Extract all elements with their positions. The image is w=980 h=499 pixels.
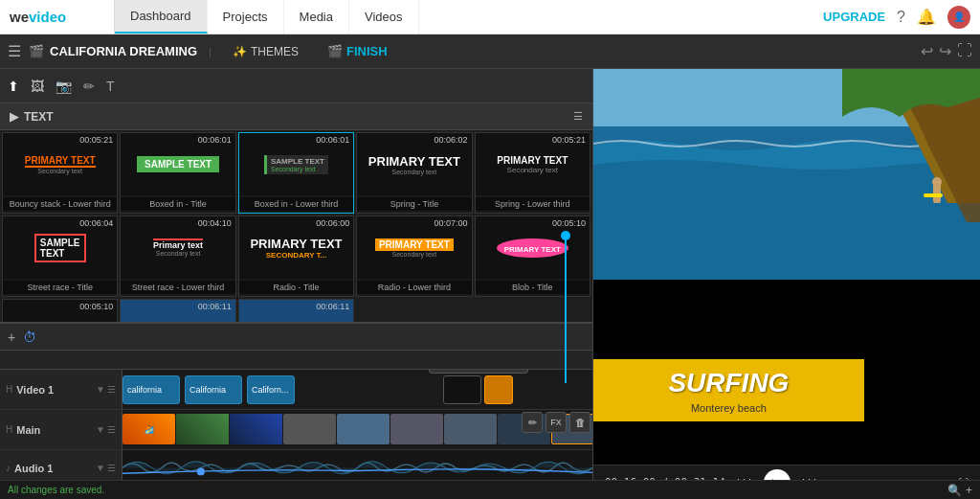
media-panel: ▶ TEXT ☰ 00:05:21 PRIMARY TEXT Secondary… bbox=[0, 103, 592, 322]
avatar-icon[interactable]: 👤 bbox=[947, 6, 970, 29]
panel-menu-icon[interactable]: ☰ bbox=[573, 110, 583, 123]
add-track-button[interactable]: + bbox=[8, 329, 15, 345]
notifications-icon[interactable]: 🔔 bbox=[917, 8, 936, 26]
radio-lower-primary: PRIMARY TEXT bbox=[375, 238, 454, 251]
sidebar-text-icon[interactable]: T bbox=[106, 79, 115, 94]
top-navigation: wevideo Dashboard Projects Media Videos … bbox=[0, 0, 980, 34]
main-track-icon: H bbox=[6, 424, 12, 435]
icon-sidebar: ⬆ 🖼 📷 ✏ T bbox=[0, 69, 592, 103]
video1-visibility-btn[interactable]: ▼ bbox=[96, 384, 105, 395]
video1-track-content: california California Californ... Slides… bbox=[122, 370, 592, 409]
edit-fx-button[interactable]: FX bbox=[546, 412, 567, 433]
zoom-controls: 🔍 + bbox=[947, 484, 972, 497]
undo-button[interactable]: ↩ bbox=[921, 42, 933, 60]
main-clip-5[interactable] bbox=[337, 414, 390, 444]
audio1-track-name: Audio 1 bbox=[14, 463, 53, 474]
timeline-playhead bbox=[565, 235, 567, 383]
edit-pencil-button[interactable]: ✏ bbox=[522, 412, 543, 433]
sidebar-edit-icon[interactable]: ✏ bbox=[83, 79, 95, 94]
main-visibility-btn[interactable]: ▼ bbox=[96, 424, 105, 435]
upgrade-button[interactable]: UPGRADE bbox=[823, 10, 885, 24]
menu-icon[interactable]: ☰ bbox=[8, 42, 21, 60]
main-content-area: ⬆ 🖼 📷 ✏ T ▶ TEXT ☰ 00:05:21 bbox=[0, 69, 980, 499]
text-item-boxed-title[interactable]: 00:06:01 SAMPLE TEXT Boxed in - Title bbox=[120, 132, 235, 214]
panel-title-text: TEXT bbox=[24, 110, 54, 124]
item-7-time: 00:04:10 bbox=[198, 218, 232, 228]
video1-settings-btn[interactable]: ☰ bbox=[107, 384, 116, 395]
audio1-settings-btn[interactable]: ☰ bbox=[107, 463, 116, 473]
nav-tab-dashboard[interactable]: Dashboard bbox=[115, 0, 208, 34]
text-item-spring-lower[interactable]: 00:05:21 PRIMARY TEXT Secondary text Spr… bbox=[475, 132, 590, 214]
main-clip-6[interactable] bbox=[390, 414, 443, 444]
zoom-in-button[interactable]: + bbox=[966, 484, 972, 497]
help-icon[interactable]: ? bbox=[897, 9, 905, 26]
themes-icon: ✨ bbox=[233, 45, 247, 58]
sidebar-image-icon[interactable]: 🖼 bbox=[31, 79, 44, 94]
themes-button[interactable]: ✨ THEMES bbox=[223, 41, 308, 62]
text-item-boxed-lower[interactable]: 00:06:01 SAMPLE TEXT Secondary text Boxe… bbox=[238, 132, 354, 214]
text-item-street-lower[interactable]: 00:04:10 Primary text Secondary text Str… bbox=[120, 215, 235, 297]
surfing-text-overlay: SURFING Monterey beach bbox=[593, 359, 864, 421]
boxed-lower-secondary: Secondary text bbox=[271, 166, 324, 172]
sidebar-media-icon[interactable]: 📷 bbox=[56, 79, 72, 94]
audio1-visibility-btn[interactable]: ▼ bbox=[96, 463, 105, 473]
fullscreen-button[interactable]: ⛶ bbox=[957, 42, 972, 60]
item-10-time: 00:05:10 bbox=[552, 218, 586, 228]
nav-tab-media[interactable]: Media bbox=[284, 0, 349, 34]
video1-track-name: Video 1 bbox=[16, 384, 54, 396]
item-2-label: Boxed in - Title bbox=[121, 197, 234, 211]
zoom-out-button[interactable]: 🔍 bbox=[947, 484, 962, 497]
panel-title-area: ▶ TEXT bbox=[10, 110, 54, 124]
bouncy-secondary: Secondary text bbox=[25, 168, 96, 174]
playhead-handle[interactable] bbox=[561, 231, 570, 240]
edit-trash-button[interactable]: 🗑 bbox=[569, 412, 590, 433]
clip-slides[interactable] bbox=[484, 375, 513, 404]
nav-tabs: Dashboard Projects Media Videos bbox=[115, 0, 419, 34]
main-clip-7[interactable] bbox=[444, 414, 497, 444]
text-item-bouncy-lower[interactable]: 00:05:21 PRIMARY TEXT Secondary text Bou… bbox=[2, 132, 118, 214]
clip-california-2[interactable]: California bbox=[185, 375, 242, 404]
item-6-time: 00:06:04 bbox=[79, 218, 113, 228]
text-item-spring-title[interactable]: 00:06:02 PRIMARY TEXT Secondary text Spr… bbox=[356, 132, 472, 214]
street-title-box: SAMPLE TEXT bbox=[34, 234, 86, 262]
timeline-ruler: 00:02:00 00:04:00 00:06:00 00:08:00 00:1… bbox=[0, 351, 592, 370]
main-clip-3[interactable] bbox=[230, 414, 282, 444]
panel-header: ▶ TEXT ☰ bbox=[0, 103, 592, 130]
text-item-radio-lower[interactable]: 00:07:00 PRIMARY TEXT Secondary text Rad… bbox=[356, 215, 472, 297]
timeline-area: + ⏱ 00:02:00 00:04:00 00:06:00 00:08:00 … bbox=[0, 322, 592, 499]
panel-expand-icon[interactable]: ▶ bbox=[10, 110, 18, 124]
text-item-blob-lower[interactable]: 00:05:10 PRIMARY TEXT Blob - Lower third bbox=[2, 299, 118, 322]
item-13-time: 00:06:11 bbox=[316, 302, 349, 311]
audio1-track-icon: ♪ bbox=[6, 463, 11, 473]
project-name-area: 🎬 CALIFORNIA DREAMING bbox=[29, 44, 197, 58]
logo-text: wevideo bbox=[10, 9, 66, 25]
text-item-street-title[interactable]: 00:06:04 SAMPLE TEXT Street race - Title bbox=[2, 215, 118, 297]
undo-redo-area: ↩ ↪ ⛶ bbox=[921, 42, 972, 60]
clip-california-3[interactable]: Californ... bbox=[247, 375, 295, 404]
clip-dark-1[interactable] bbox=[443, 375, 481, 404]
item-8-label: Radio - Title bbox=[239, 281, 353, 294]
svg-point-4 bbox=[932, 177, 942, 187]
nav-tab-projects[interactable]: Projects bbox=[208, 0, 284, 34]
timeline-icon[interactable]: ⏱ bbox=[23, 329, 36, 345]
sidebar-upload-icon[interactable]: ⬆ bbox=[8, 79, 19, 94]
text-item-blob-title[interactable]: 00:05:10 PRIMARY TEXT Blob - Title bbox=[475, 215, 590, 297]
divider-1: | bbox=[209, 46, 212, 57]
text-item-glamour-lower[interactable]: 00:06:11 Primary text Secondary text Gla… bbox=[238, 299, 354, 322]
project-icon: 🎬 bbox=[29, 44, 44, 58]
nav-tab-videos[interactable]: Videos bbox=[349, 0, 419, 34]
text-item-radio-title[interactable]: 00:06:00 PRIMARY TEXT SECONDARY T... Rad… bbox=[238, 215, 354, 297]
clip-california-1[interactable]: california bbox=[122, 375, 180, 404]
main-clip-2[interactable] bbox=[176, 414, 229, 444]
main-clip-4[interactable] bbox=[283, 414, 336, 444]
project-title: CALIFORNIA DREAMING bbox=[50, 44, 197, 58]
main-clip-1[interactable]: 🏄 bbox=[122, 414, 175, 444]
main-settings-btn[interactable]: ☰ bbox=[107, 424, 116, 435]
preview-background bbox=[593, 69, 980, 280]
themes-label: THEMES bbox=[251, 45, 299, 58]
boxed-title-box: SAMPLE TEXT bbox=[137, 156, 219, 172]
finish-button[interactable]: 🎬 FINISH bbox=[316, 40, 399, 62]
text-item-glamour-title[interactable]: 00:06:11 PRIMARY TEXT Secondary text Gla… bbox=[120, 299, 235, 322]
redo-button[interactable]: ↪ bbox=[939, 42, 951, 60]
video1-track-controls: ▼ ☰ bbox=[96, 384, 116, 395]
